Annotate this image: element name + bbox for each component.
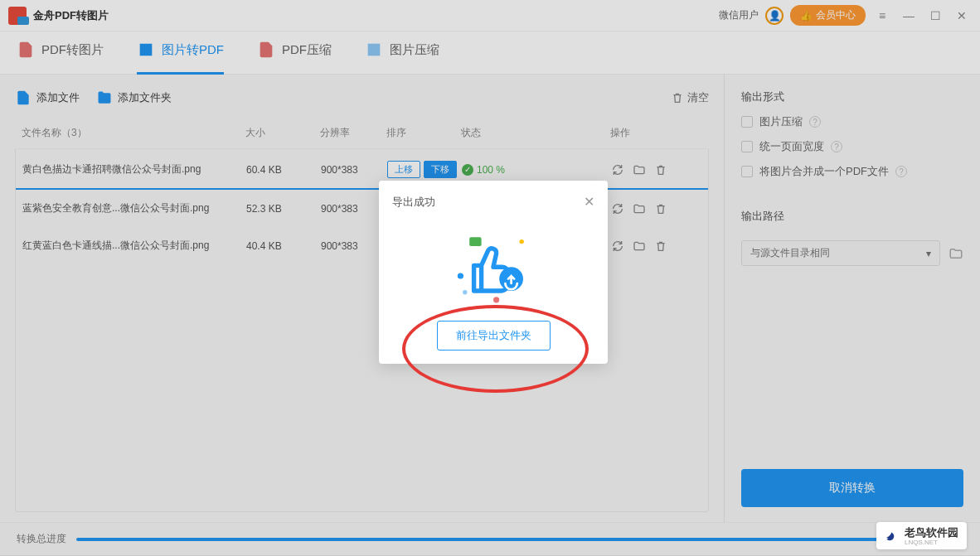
modal-title: 导出成功 — [392, 195, 435, 210]
modal-close-icon[interactable]: ✕ — [584, 194, 594, 210]
svg-point-3 — [458, 273, 463, 278]
export-success-modal: 导出成功 ✕ 前往导出文件夹 — [379, 181, 608, 364]
open-export-folder-button[interactable]: 前往导出文件夹 — [437, 321, 551, 351]
watermark: 老鸟软件园 LNQS.NET — [876, 522, 967, 549]
modal-illustration — [392, 216, 594, 316]
bird-icon — [885, 529, 900, 544]
svg-rect-1 — [469, 237, 481, 246]
svg-point-4 — [493, 297, 499, 302]
svg-point-5 — [463, 290, 467, 294]
svg-point-2 — [520, 239, 524, 244]
